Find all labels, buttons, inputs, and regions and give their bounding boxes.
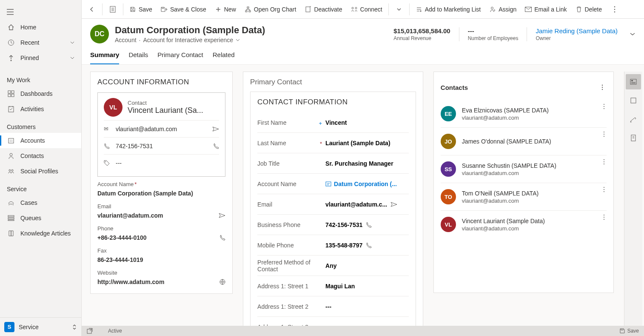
contact-field-address-1-street-1[interactable]: Address 1: Street 1Magui Lan xyxy=(257,276,409,296)
assign-button[interactable]: Assign xyxy=(485,0,521,19)
contact-field-business-phone[interactable]: Business Phone742-156-7531 xyxy=(257,215,409,235)
contact-email-row[interactable]: ✉ vlauriant@adatum.com xyxy=(104,120,219,137)
contact-field-email[interactable]: Emailvlauriant@adatum.c... xyxy=(257,194,409,215)
contact-field-address-1-street-2[interactable]: Address 1: Street 2--- xyxy=(257,296,409,317)
contact-field-job-title[interactable]: Job TitleSr. Purchasing Manager xyxy=(257,153,409,174)
call-icon[interactable] xyxy=(213,143,219,149)
field-account-name[interactable]: Account Name*Datum Corporation (Sample D… xyxy=(97,177,225,199)
nav-item-queues[interactable]: Queues xyxy=(0,210,81,226)
nav-item-knowledge-articles[interactable]: Knowledge Articles xyxy=(0,226,81,241)
connect-button[interactable]: Connect xyxy=(347,0,387,19)
contact-list-item[interactable]: SSSusanne Schustin (SAMPLE DATA)vlaurian… xyxy=(441,155,607,183)
svg-rect-7 xyxy=(9,138,14,143)
delete-button[interactable]: Delete xyxy=(571,0,606,19)
tab-summary[interactable]: Summary xyxy=(90,47,119,64)
svg-point-8 xyxy=(10,153,12,156)
contact-field-last-name[interactable]: Last Name*Lauriant (Sample Data) xyxy=(257,133,409,153)
svg-rect-15 xyxy=(247,7,249,8)
status-save-button[interactable]: Save xyxy=(620,328,639,334)
tab-details[interactable]: Details xyxy=(128,47,148,64)
back-button[interactable] xyxy=(83,0,100,19)
contact-avatar: TO xyxy=(441,189,456,204)
contact-tag-row[interactable]: --- xyxy=(104,154,219,171)
contact-list-item[interactable]: TOTom O'Neill (SAMPLE DATA)vlauriant@ada… xyxy=(441,183,607,211)
rail-related-button[interactable] xyxy=(626,74,641,89)
contacts-more-button[interactable] xyxy=(598,83,607,92)
contact-field-first-name[interactable]: First Name+Vincent xyxy=(257,112,409,133)
phone-action-icon[interactable] xyxy=(366,242,372,248)
nav-item-accounts[interactable]: Accounts xyxy=(0,133,81,148)
phone-action-icon[interactable] xyxy=(366,222,372,228)
contact-field-account-name[interactable]: Account NameDatum Corporation (... xyxy=(257,174,409,194)
contact-name[interactable]: Vincent Lauriant (Sa... xyxy=(128,106,203,115)
svg-point-25 xyxy=(614,11,616,12)
nav-recent[interactable]: Recent xyxy=(0,35,81,50)
mail-icon: ✉ xyxy=(104,126,112,132)
form-chevron-icon[interactable] xyxy=(236,39,240,41)
mail-action-icon[interactable] xyxy=(390,202,397,207)
add-marketing-button[interactable]: Add to Marketing List xyxy=(411,0,485,19)
list-item-more-button[interactable] xyxy=(601,185,607,194)
globe-action-icon[interactable] xyxy=(219,279,225,285)
svg-point-37 xyxy=(604,136,604,137)
list-item-more-button[interactable] xyxy=(601,157,607,167)
contact-list-item[interactable]: VLVincent Lauriant (Sample Data)vlaurian… xyxy=(441,211,607,238)
overflow-button[interactable] xyxy=(606,0,623,19)
svg-rect-12 xyxy=(8,218,14,219)
nav-item-contacts[interactable]: Contacts xyxy=(0,148,81,164)
nav-item-dashboards[interactable]: Dashboards xyxy=(0,86,81,101)
nav-icon xyxy=(7,198,15,207)
contact-avatar: EE xyxy=(441,106,456,121)
nav-home[interactable]: Home xyxy=(0,20,81,35)
list-item-more-button[interactable] xyxy=(601,213,607,222)
field-fax[interactable]: Fax86-23-4444-1019 xyxy=(97,243,225,265)
tab-primary-contact[interactable]: Primary Contact xyxy=(157,47,203,64)
svg-point-46 xyxy=(604,219,604,220)
new-button[interactable]: New xyxy=(211,0,240,19)
nav-item-cases[interactable]: Cases xyxy=(0,195,81,210)
svg-point-26 xyxy=(105,161,106,162)
svg-rect-2 xyxy=(8,91,11,93)
contact-list-item[interactable]: EEEva Elznicovas (SAMPLE DATA)vlauriant@… xyxy=(441,100,607,128)
nav-item-activities[interactable]: Activities xyxy=(0,101,81,117)
save-button[interactable]: Save xyxy=(125,0,157,19)
list-item-more-button[interactable] xyxy=(601,129,607,139)
open-org-chart-button[interactable]: Open Org Chart xyxy=(240,0,301,19)
svg-point-42 xyxy=(604,189,604,190)
rail-assistant-button[interactable] xyxy=(626,93,641,108)
phone-action-icon[interactable] xyxy=(219,235,225,241)
send-mail-icon[interactable] xyxy=(212,126,219,132)
nav-pinned[interactable]: Pinned xyxy=(0,50,81,66)
email-link-button[interactable]: Email a Link xyxy=(521,0,571,19)
tab-related[interactable]: Related xyxy=(213,47,235,64)
contact-list-item[interactable]: JOJames O'donnal (SAMPLE DATA) xyxy=(441,128,607,155)
save-close-button[interactable]: Save & Close xyxy=(157,0,211,19)
contact-field-mobile-phone[interactable]: Mobile Phone135-548-8797 xyxy=(257,235,409,256)
list-item-more-button[interactable] xyxy=(601,102,607,111)
nav-icon xyxy=(7,229,15,238)
nav-icon xyxy=(7,89,15,98)
rail-knowledge-button[interactable] xyxy=(626,130,641,146)
field-website[interactable]: Websitehttp://www.adatum.com xyxy=(97,265,225,287)
svg-point-19 xyxy=(352,7,353,9)
deactivate-button[interactable]: Deactivate xyxy=(300,0,346,19)
popout-button[interactable] xyxy=(87,328,93,334)
contact-phone-row[interactable]: 742-156-7531 xyxy=(104,137,219,154)
contact-field-preferred-method-of-contact[interactable]: Preferred Method of ContactAny xyxy=(257,256,409,276)
nav-item-social-profiles[interactable]: Social Profiles xyxy=(0,164,81,179)
connect-dropdown[interactable] xyxy=(390,0,407,19)
header-collapse-button[interactable] xyxy=(630,32,635,36)
field-phone[interactable]: Phone+86-23-4444-0100 xyxy=(97,221,225,243)
contact-label: Contact xyxy=(128,100,203,106)
app-switcher[interactable]: S Service xyxy=(0,317,81,336)
primary-contact-title: Primary Contact xyxy=(250,78,416,86)
hamburger-button[interactable] xyxy=(0,4,20,20)
nav-icon xyxy=(7,38,15,47)
svg-rect-50 xyxy=(631,83,635,83)
form-selector-button[interactable] xyxy=(104,0,121,19)
field-email[interactable]: Emailvlauriant@adatum.com xyxy=(97,199,225,221)
rail-settings-button[interactable] xyxy=(626,112,641,127)
mail-action-icon[interactable] xyxy=(219,213,225,218)
svg-rect-5 xyxy=(11,94,14,97)
metric-owner[interactable]: Jamie Reding (Sample Data)Owner xyxy=(527,27,626,41)
